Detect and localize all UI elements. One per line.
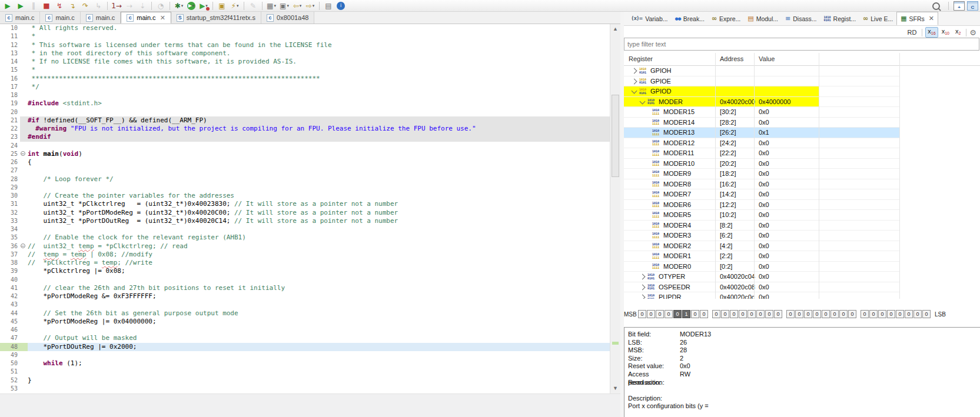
table-row-GPIOD[interactable]: 10100101GPIOD <box>624 86 899 97</box>
debug-button[interactable]: ✱▾ <box>173 1 185 11</box>
line-number: 46 <box>5 326 20 334</box>
table-row-MODER12[interactable]: 10101111MODER12[24:2]0x0 <box>624 138 899 149</box>
table-row-MODER7[interactable]: 10101111MODER7[14:2]0x0 <box>624 189 899 200</box>
editor-tab-main-c[interactable]: cmain.c✕ <box>121 12 171 24</box>
table-row-MODER3[interactable]: 10101111MODER3[6:2]0x0 <box>624 231 899 241</box>
editor-tab-main-c[interactable]: cmain.c <box>81 12 121 24</box>
flash-programmer-button[interactable]: ⚡▾ <box>229 1 241 11</box>
fold-gutter <box>20 209 28 217</box>
move-to-line-button[interactable]: ⇢ <box>124 1 135 11</box>
column-address[interactable]: Address <box>720 55 743 62</box>
view-tab-expressions[interactable]: ∞Expre... <box>708 12 744 25</box>
chevron-right-icon[interactable] <box>632 78 637 84</box>
editor-tab-main-c[interactable]: cmain.c <box>0 12 40 24</box>
external-tools-button[interactable]: ▶▾ <box>198 1 210 11</box>
editor-tab-startup_stm32f411retx-s[interactable]: Sstartup_stm32f411retx.s <box>171 12 261 24</box>
restart-button[interactable]: ▶ <box>2 1 14 11</box>
run-button[interactable]: ▶▾ <box>187 2 195 10</box>
fold-collapse-icon[interactable]: − <box>21 243 25 248</box>
view-tab-live-expressions[interactable]: ∞Live E... <box>859 12 896 25</box>
scrollbar-thumb[interactable] <box>612 95 619 177</box>
view-tab-registers[interactable]: 1010 0101Regist... <box>820 12 860 25</box>
annotate-button[interactable]: ✎ <box>247 1 259 11</box>
table-row-MODER13[interactable]: 10101111MODER13[26:2]0x1 <box>624 128 899 138</box>
bit-box: 0 <box>765 310 773 318</box>
format-x2-button[interactable]: x2 <box>953 27 963 38</box>
suspend-button[interactable]: ‖ <box>28 1 39 11</box>
table-row-MODER5[interactable]: 10101111MODER5[10:2]0x0 <box>624 210 899 221</box>
right-panel: (x)=Variab...●●Break...∞Expre...▤Modul..… <box>624 12 980 417</box>
column-register[interactable]: Register <box>629 55 653 62</box>
step-return-button[interactable]: ↳ <box>92 1 104 11</box>
table-row-OSPEEDR[interactable]: 10100101OSPEEDR0x40020c080x0 <box>624 282 899 293</box>
back-button[interactable]: ⇦▾ <box>291 1 303 11</box>
drop-to-frame-button[interactable]: ⇣ <box>137 1 148 11</box>
editor-scrollbar[interactable]: ▲ ▼ <box>610 24 620 393</box>
step-over-button[interactable]: ↷ <box>79 1 91 11</box>
table-row-MODER14[interactable]: 10101111MODER14[28:2]0x0 <box>624 118 899 128</box>
last-edit-location-button[interactable]: ▤ <box>323 1 334 11</box>
annotation-gutter <box>0 259 5 267</box>
pin-editor-button[interactable]: ▣▾ <box>278 1 290 11</box>
format-x10-button[interactable]: x10 <box>939 27 952 38</box>
table-row-MODER9[interactable]: 10101111MODER9[18:2]0x0 <box>624 169 899 179</box>
table-row-MODER8[interactable]: 10101111MODER8[16:2]0x0 <box>624 179 899 190</box>
detail-value: RW <box>680 371 690 379</box>
table-row-MODER1[interactable]: 10101111MODER1[2:2]0x0 <box>624 251 899 262</box>
format-x16-button[interactable]: x16 <box>925 27 938 38</box>
column-value[interactable]: Value <box>759 55 775 62</box>
table-row-MODER4[interactable]: 10101111MODER4[8:2]0x0 <box>624 221 899 231</box>
code-editor[interactable]: 10 * All rights reserved.11 *12 * This s… <box>0 24 610 393</box>
profiling-button[interactable]: ◔ <box>155 1 167 11</box>
scroll-up-icon[interactable]: ▲ <box>613 26 618 32</box>
filter-input[interactable] <box>624 38 979 51</box>
chevron-down-icon[interactable] <box>640 98 646 104</box>
editor-tab-main-c[interactable]: cmain.c <box>40 12 80 24</box>
resume-button[interactable]: ▶ <box>15 1 26 11</box>
code-line: 36−// uint32_t temp = *pClkctrlreg; // r… <box>0 242 610 251</box>
view-tab-modules[interactable]: ▤Modul... <box>744 12 782 25</box>
instruction-stepping-button[interactable]: 1→ <box>111 1 122 11</box>
table-row-MODER6[interactable]: 10101111MODER6[12:2]0x0 <box>624 200 899 211</box>
open-element-button[interactable]: ▣ <box>216 1 228 11</box>
close-icon[interactable]: ✕ <box>929 15 934 22</box>
editor-tab-0x8001a48[interactable]: c0x8001a48 <box>261 12 314 24</box>
view-tab-sfrs[interactable]: ▦SFRs✕ <box>896 12 938 25</box>
fold-gutter <box>20 251 28 259</box>
table-row-MODER15[interactable]: 10101111MODER15[30:2]0x0 <box>624 107 899 118</box>
open-perspective-button[interactable]: + <box>954 1 965 11</box>
table-row-MODER10[interactable]: 10101111MODER10[20:2]0x0 <box>624 159 899 169</box>
table-row-MODER2[interactable]: 10101111MODER2[4:2]0x0 <box>624 241 899 252</box>
chevron-right-icon[interactable] <box>632 68 637 74</box>
search-icon[interactable] <box>932 2 940 10</box>
disconnect-button[interactable]: ↯ <box>54 1 65 11</box>
info-button[interactable]: i <box>337 2 345 10</box>
table-row-MODER[interactable]: 10100101MODER0x40020c000x4000000 <box>624 97 899 108</box>
view-tab-variables[interactable]: (x)=Variab... <box>628 12 672 25</box>
read-button[interactable]: RD <box>905 29 919 36</box>
table-row-GPIOE[interactable]: 10100101GPIOE <box>624 76 899 87</box>
chevron-down-icon[interactable] <box>632 88 637 94</box>
scroll-down-icon[interactable]: ▼ <box>613 386 618 391</box>
new-wizard-button[interactable]: ▦▾ <box>265 1 277 11</box>
c-cpp-perspective-button[interactable]: C <box>967 1 978 11</box>
view-tab-breakpoints[interactable]: ●●Break... <box>672 12 708 25</box>
fold-collapse-icon[interactable]: − <box>21 151 25 156</box>
table-row-OTYPER[interactable]: 10100101OTYPER0x40020c040x0 <box>624 272 899 282</box>
profiling-icon: ◔ <box>158 2 164 9</box>
chevron-right-icon[interactable] <box>640 274 646 280</box>
terminate-button[interactable]: ■ <box>41 1 52 11</box>
step-into-button[interactable]: ↴ <box>67 1 78 11</box>
close-icon[interactable]: ✕ <box>160 14 165 22</box>
chevron-right-icon[interactable] <box>640 284 646 290</box>
forward-button[interactable]: ⇨▾ <box>304 1 316 11</box>
table-row-MODER0[interactable]: 10101111MODER0[0:2]0x0 <box>624 262 899 272</box>
table-row-MODER11[interactable]: 10101111MODER11[22:2]0x0 <box>624 148 899 159</box>
settings-wrench-icon[interactable]: ⚙ <box>969 28 976 37</box>
table-row-PUPDR[interactable]: 10100101PUPDR0x40020c0c0x0 <box>624 292 899 299</box>
bit-box: 0 <box>700 310 708 318</box>
chevron-right-icon[interactable] <box>640 295 646 299</box>
table-row-GPIOH[interactable]: 10100101GPIOH <box>624 66 899 76</box>
code-text: // Create the pointer variables for the … <box>28 192 610 200</box>
view-tab-disassembly[interactable]: ≡Disass... <box>782 12 820 25</box>
